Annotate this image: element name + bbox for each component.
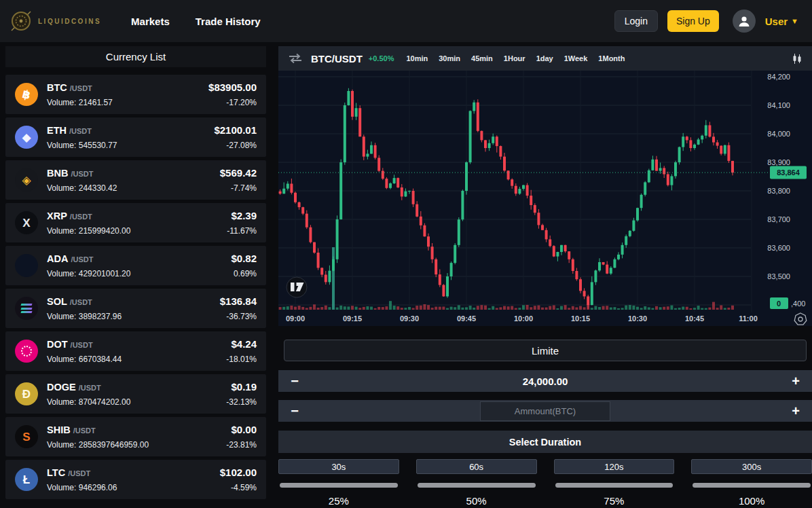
pair-symbol: DOGE bbox=[47, 382, 76, 393]
svg-text:11:00: 11:00 bbox=[739, 314, 758, 323]
chart-pair-title: BTC/USDT bbox=[311, 53, 363, 65]
price-decrement-button[interactable]: − bbox=[289, 374, 301, 388]
nav-link[interactable]: Trade History bbox=[196, 16, 261, 27]
amount-input[interactable] bbox=[480, 401, 610, 421]
login-button[interactable]: Login bbox=[614, 10, 658, 32]
currency-list-item[interactable]: S SHIB /USDT Volume: 2858397646959.00 $0… bbox=[5, 417, 266, 456]
duration-button[interactable]: 120s bbox=[554, 459, 675, 474]
signup-button[interactable]: Sign Up bbox=[667, 10, 719, 32]
ltc-icon: Ł bbox=[15, 468, 38, 491]
main-layout: Currency List ฿ BTC /USDT Volume: 21461.… bbox=[0, 42, 812, 507]
currency-list-item[interactable]: Ł LTC /USDT Volume: 946296.06 $102.00 -4… bbox=[5, 460, 266, 499]
tradingview-logo bbox=[287, 277, 307, 297]
duration-slider[interactable] bbox=[693, 483, 811, 488]
timeframe-list: 10min30min45min1Hour1day1Week1Month bbox=[406, 54, 625, 62]
timeframe-button[interactable]: 30min bbox=[439, 54, 460, 62]
nav-link[interactable]: Markets bbox=[131, 16, 170, 27]
pair-change: -7.74% bbox=[220, 183, 257, 193]
pair-price: $0.00 bbox=[226, 424, 257, 435]
currency-list-item[interactable]: Ð DOGE /USDT Volume: 870474202.00 $0.19 … bbox=[5, 374, 266, 414]
price-increment-button[interactable]: + bbox=[790, 374, 802, 388]
select-duration-header: Select Duration bbox=[278, 431, 812, 453]
user-name: User bbox=[765, 16, 788, 27]
duration-slider[interactable] bbox=[418, 483, 536, 488]
duration-button[interactable]: 300s bbox=[691, 459, 812, 474]
pair-price: $0.82 bbox=[231, 253, 257, 264]
user-avatar[interactable] bbox=[733, 10, 756, 33]
duration-percent: 50% bbox=[416, 495, 537, 507]
pair-quote: /USDT bbox=[71, 170, 93, 178]
pair-price: $0.19 bbox=[226, 381, 257, 393]
duration-slider[interactable] bbox=[555, 483, 673, 488]
pair-symbol: XRP bbox=[47, 211, 67, 221]
pair-change: -36.73% bbox=[220, 312, 257, 321]
chevron-down-icon: ▼ bbox=[791, 17, 798, 25]
currency-list-item[interactable]: ADA /USDT Volume: 429201001.20 $0.82 0.6… bbox=[5, 246, 266, 285]
svg-text:83,700: 83,700 bbox=[767, 215, 790, 223]
user-menu[interactable]: User ▼ bbox=[765, 16, 798, 27]
swap-icon[interactable] bbox=[288, 53, 303, 64]
limit-order-button[interactable]: Limite bbox=[284, 340, 807, 361]
svg-text:10:30: 10:30 bbox=[628, 314, 647, 323]
person-icon bbox=[737, 14, 751, 28]
candlestick-style-icon[interactable] bbox=[792, 54, 802, 64]
pair-price: $83905.00 bbox=[208, 81, 257, 93]
amount-increment-button[interactable]: + bbox=[790, 404, 802, 418]
candlestick-chart[interactable]: 84,20084,10084,00083,90083,80083,70083,6… bbox=[278, 71, 812, 326]
timeframe-button[interactable]: 1Hour bbox=[504, 54, 525, 62]
currency-list: ฿ BTC /USDT Volume: 21461.57 $83905.00 -… bbox=[0, 75, 272, 499]
price-value[interactable]: 24,000.00 bbox=[523, 376, 568, 387]
svg-text:,400: ,400 bbox=[791, 300, 805, 308]
pair-volume: Volume: 2858397646959.00 bbox=[47, 440, 226, 450]
currency-list-item[interactable]: DOT /USDT Volume: 6670384.44 $4.24 -18.0… bbox=[5, 331, 266, 371]
ada-icon bbox=[15, 254, 38, 277]
svg-text:10:45: 10:45 bbox=[685, 314, 704, 323]
chart-area[interactable]: 84,20084,10084,00083,90083,80083,70083,6… bbox=[278, 71, 812, 326]
brand-name: LIQUIDCOINS bbox=[38, 18, 101, 25]
timeframe-button[interactable]: 10min bbox=[406, 54, 428, 62]
svg-text:09:45: 09:45 bbox=[457, 314, 476, 323]
currency-list-item[interactable]: SOL /USDT Volume: 3898237.96 $136.84 -36… bbox=[5, 289, 266, 328]
pair-volume: Volume: 6670384.44 bbox=[47, 355, 226, 364]
timeframe-button[interactable]: 1Week bbox=[564, 54, 588, 62]
duration-slider[interactable] bbox=[280, 483, 398, 488]
bnb-icon: ◈ bbox=[15, 168, 38, 192]
svg-text:09:15: 09:15 bbox=[343, 314, 362, 323]
brand[interactable]: LIQUIDCOINS bbox=[10, 10, 101, 33]
pair-symbol: ADA bbox=[47, 253, 68, 264]
pair-symbol: LTC bbox=[47, 467, 65, 478]
pair-volume: Volume: 244330.42 bbox=[47, 183, 220, 193]
dot-icon bbox=[15, 340, 38, 363]
svg-text:10:15: 10:15 bbox=[571, 314, 590, 323]
currency-list-item[interactable]: X XRP /USDT Volume: 215999420.00 $2.39 -… bbox=[5, 203, 266, 242]
duration-percent: 100% bbox=[691, 495, 812, 507]
pair-volume: Volume: 870474202.00 bbox=[47, 397, 226, 407]
duration-button[interactable]: 30s bbox=[278, 459, 399, 474]
coin-logo-icon bbox=[10, 10, 33, 33]
svg-text:09:00: 09:00 bbox=[286, 314, 305, 323]
pair-change: -11.67% bbox=[227, 226, 257, 236]
pair-quote: /USDT bbox=[70, 213, 92, 221]
pair-volume: Volume: 21461.57 bbox=[47, 98, 208, 107]
pair-quote: /USDT bbox=[71, 341, 93, 349]
pair-volume: Volume: 545530.77 bbox=[47, 141, 214, 150]
pair-change: -17.20% bbox=[208, 98, 257, 107]
svg-text:84,100: 84,100 bbox=[767, 101, 790, 109]
svg-text:83,600: 83,600 bbox=[767, 244, 790, 252]
pair-change: -27.08% bbox=[214, 141, 257, 150]
timeframe-button[interactable]: 45min bbox=[471, 54, 493, 62]
timeframe-button[interactable]: 1day bbox=[536, 54, 553, 62]
pair-quote: /USDT bbox=[79, 384, 101, 392]
timeframe-button[interactable]: 1Month bbox=[598, 54, 625, 62]
pair-symbol: BNB bbox=[47, 168, 68, 179]
pair-quote: /USDT bbox=[68, 469, 90, 477]
duration-button[interactable]: 60s bbox=[416, 459, 537, 474]
currency-list-item[interactable]: ◈ BNB /USDT Volume: 244330.42 $569.42 -7… bbox=[5, 160, 266, 200]
pair-symbol: SHIB bbox=[47, 424, 71, 435]
price-stepper: − 24,000.00 + bbox=[278, 370, 812, 392]
amount-decrement-button[interactable]: − bbox=[289, 404, 301, 418]
currency-list-item[interactable]: ฿ BTC /USDT Volume: 21461.57 $83905.00 -… bbox=[5, 75, 266, 114]
currency-list-item[interactable]: ◆ ETH /USDT Volume: 545530.77 $2100.01 -… bbox=[5, 117, 266, 157]
amount-stepper: − + bbox=[278, 400, 812, 422]
pair-price: $102.00 bbox=[220, 467, 257, 478]
